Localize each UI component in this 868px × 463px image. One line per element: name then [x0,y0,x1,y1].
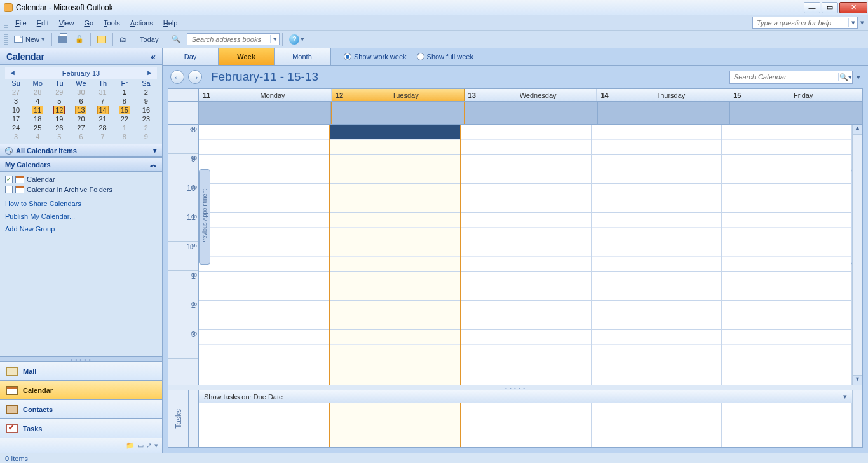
day-header[interactable]: 14Thursday [597,89,729,101]
task-day-cell[interactable] [329,403,461,447]
checkbox-checked-icon[interactable]: ✓ [5,176,13,183]
mini-cal-day[interactable]: 20 [70,114,92,123]
window-maximize-button[interactable]: ▭ [822,2,838,13]
address-book-search[interactable]: ▾ [187,33,280,45]
mini-cal-day[interactable]: 24 [5,123,27,132]
window-minimize-button[interactable]: — [804,2,820,13]
mini-cal-day[interactable]: 13 [70,106,92,114]
mini-cal-day[interactable]: 31 [92,88,114,97]
window-close-button[interactable]: ✕ [839,2,867,13]
address-book-input[interactable] [187,36,270,43]
search-icon[interactable]: 🔍▾ [838,73,852,81]
mini-cal-day[interactable]: 27 [70,123,92,132]
today-button[interactable]: Today [136,34,162,45]
mini-cal-day[interactable]: 6 [70,97,92,106]
help-question-box[interactable]: ▾ [752,17,858,29]
journal-icon[interactable]: ↗ [146,441,152,450]
mini-cal-day[interactable]: 27 [5,88,27,97]
day-column[interactable] [722,125,852,385]
calendar-item[interactable]: ✓ Calendar [5,174,157,184]
mini-cal-day[interactable]: 17 [5,114,27,123]
link-add-group[interactable]: Add New Group [0,223,162,235]
mini-cal-day[interactable]: 2 [135,88,157,97]
day-column[interactable] [199,125,329,385]
menu-go[interactable]: Go [79,17,98,29]
mini-cal-day[interactable]: 23 [135,114,157,123]
shortcuts-icon[interactable]: ▭ [137,441,144,450]
find-contact-button[interactable]: 🔍 [168,33,184,45]
new-button[interactable]: New ▾ [10,33,49,45]
show-full-week-option[interactable]: Show full week [417,53,473,60]
address-dropdown-icon[interactable]: ▾ [270,35,279,43]
help-dropdown-icon[interactable]: ▾ [848,18,857,27]
mini-cal-day[interactable]: 25 [27,123,48,132]
show-work-week-option[interactable]: Show work week [344,53,407,60]
selected-timeslot[interactable] [330,125,460,139]
mini-cal-day[interactable]: 5 [48,132,70,141]
allday-cell[interactable] [598,102,730,124]
toolbar-overflow-icon[interactable]: ▾ [301,35,304,43]
allday-cell[interactable] [465,102,597,124]
folder-icon[interactable]: 📁 [126,441,135,450]
mini-cal-day[interactable]: 15 [114,106,135,114]
mini-cal-day[interactable]: 11 [27,106,48,114]
mini-cal-day[interactable]: 9 [135,97,157,106]
my-calendars-band[interactable]: My Calendars ︽ [0,157,162,172]
mini-cal-day[interactable]: 28 [92,123,114,132]
appointment-area[interactable] [199,125,852,385]
allday-cell[interactable] [331,102,465,124]
mini-cal-day[interactable]: 12 [48,106,70,114]
mini-cal-day[interactable]: 29 [48,88,70,97]
day-header[interactable]: 15Friday [729,89,862,101]
task-day-cell[interactable] [199,403,329,447]
mini-cal-day[interactable]: 1 [114,123,135,132]
categories-button[interactable] [93,34,110,45]
scroll-up-icon[interactable]: ▲ [853,125,862,135]
day-column[interactable] [329,125,461,385]
mini-cal-day[interactable]: 8 [114,132,135,141]
search-calendar-box[interactable]: 🔍▾ [729,71,853,84]
mini-cal-day[interactable]: 9 [135,132,157,141]
mini-calendar[interactable]: SuMoTuWeThFrSa27282930311234567891011121… [5,79,157,141]
menu-file[interactable]: File [10,17,32,29]
nav-mail-button[interactable]: Mail [0,361,162,380]
menu-tools[interactable]: Tools [98,17,125,29]
task-day-cell[interactable] [592,403,722,447]
mini-cal-day[interactable]: 8 [114,97,135,106]
configure-buttons-icon[interactable]: ▾ [154,441,158,450]
day-column[interactable] [592,125,722,385]
search-options-icon[interactable]: ▾ [857,73,860,81]
mini-cal-day[interactable]: 28 [27,88,48,97]
mini-cal-day[interactable]: 4 [27,132,48,141]
task-day-cell[interactable] [461,403,592,447]
tasks-resize-grip[interactable]: • • • • • [168,385,862,390]
mini-cal-day[interactable]: 1 [114,88,135,97]
allday-cell[interactable] [730,102,862,124]
vertical-scrollbar[interactable]: ▲▼ [852,125,862,385]
day-header[interactable]: 12Tuesday [332,89,465,101]
mini-cal-day[interactable]: 3 [5,132,27,141]
prev-month-icon[interactable]: ◄ [9,69,16,76]
day-header[interactable]: 13Wednesday [465,89,597,101]
mini-cal-day[interactable]: 2 [135,123,157,132]
nav-calendar-button[interactable]: Calendar [0,380,162,399]
previous-week-button[interactable]: ← [170,70,184,84]
mini-cal-day[interactable]: 26 [48,123,70,132]
tasks-scrollbar[interactable] [852,390,862,447]
overlay-button[interactable]: 🗂 [116,34,130,45]
resize-grip[interactable]: • • • • • [0,356,162,361]
month-label[interactable]: February 13 [5,67,157,79]
mini-cal-day[interactable]: 16 [135,106,157,114]
scroll-down-icon[interactable]: ▼ [853,375,862,385]
collapse-nav-icon[interactable]: « [151,52,156,62]
search-calendar-input[interactable] [730,73,838,81]
mini-cal-day[interactable]: 19 [48,114,70,123]
print-button[interactable] [55,34,71,45]
mini-cal-day[interactable]: 22 [114,114,135,123]
previous-appointment-handle[interactable]: Previous Appointment [199,169,210,265]
menu-edit[interactable]: Edit [32,17,54,29]
mini-cal-day[interactable]: 10 [5,106,27,114]
menu-actions[interactable]: Actions [125,17,158,29]
link-share-calendars[interactable]: How to Share Calendars [0,197,162,210]
day-column[interactable] [461,125,592,385]
